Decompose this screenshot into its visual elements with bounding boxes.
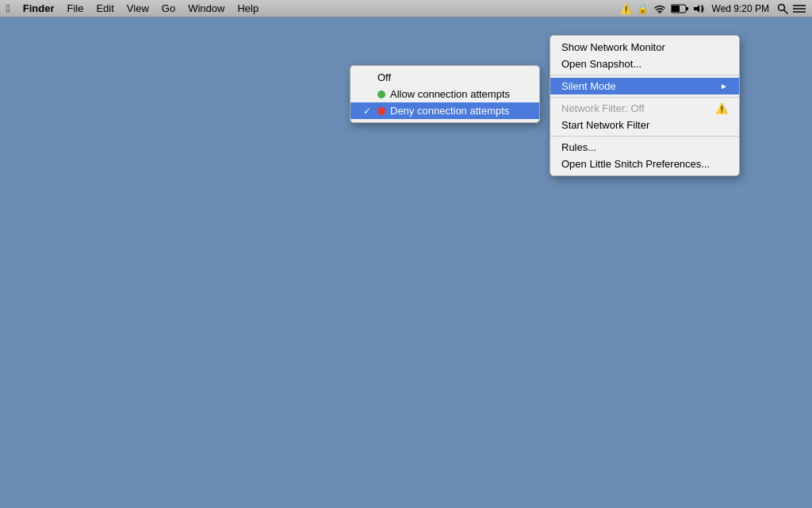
warning-icon: ⚠️ <box>715 102 728 114</box>
rules-label: Rules... <box>561 141 596 153</box>
menu-divider-1 <box>550 75 739 75</box>
volume-status-icon[interactable] <box>693 4 704 13</box>
start-network-filter-label: Start Network Filter <box>561 119 649 131</box>
menu-divider-2 <box>550 97 739 98</box>
allow-checkmark <box>363 89 373 100</box>
menu-divider-3 <box>550 136 739 137</box>
search-icon[interactable] <box>777 3 788 14</box>
menubar-view[interactable]: View <box>121 0 155 17</box>
menubar-left:  Finder File Edit View Go Window Help <box>0 0 265 17</box>
lock-status-icon[interactable]: 🔒 <box>637 3 649 14</box>
rules-item[interactable]: Rules... <box>550 139 739 156</box>
network-filter-off-label: Network Filter: Off <box>561 102 645 114</box>
menubar-app-name[interactable]: Finder <box>17 0 61 17</box>
svg-rect-3 <box>672 6 680 12</box>
allow-dot-icon <box>377 90 385 98</box>
apple-menu[interactable]:  <box>0 0 17 17</box>
desktop: Off Allow connection attempts ✓ Deny con… <box>0 17 812 508</box>
open-preferences-item[interactable]: Open Little Snitch Preferences... <box>550 156 739 172</box>
deny-checkmark: ✓ <box>363 106 373 117</box>
silent-mode-item[interactable]: Silent Mode ► <box>550 78 739 94</box>
menubar-right: ⚠️ 🔒 Wed 9:20 PM <box>620 0 812 17</box>
menubar:  Finder File Edit View Go Window Help ⚠… <box>0 0 812 17</box>
warning-status-icon[interactable]: ⚠️ <box>620 3 632 14</box>
silent-mode-deny-label: Deny connection attempts <box>390 105 509 117</box>
menubar-window[interactable]: Window <box>182 0 231 17</box>
network-filter-off-item[interactable]: Network Filter: Off ⚠️ <box>550 100 739 117</box>
svg-point-0 <box>659 12 661 13</box>
show-network-monitor-label: Show Network Monitor <box>561 41 665 53</box>
menubar-edit[interactable]: Edit <box>90 0 120 17</box>
wifi-status-icon[interactable] <box>653 4 666 13</box>
silent-mode-off-label: Off <box>377 71 391 83</box>
menubar-go[interactable]: Go <box>155 0 182 17</box>
submenu-arrow-icon: ► <box>720 82 728 90</box>
silent-mode-off-item[interactable]: Off <box>350 69 539 86</box>
svg-rect-2 <box>686 7 688 10</box>
menubar-datetime[interactable]: Wed 9:20 PM <box>709 3 772 14</box>
open-snapshot-item[interactable]: Open Snapshot... <box>550 56 739 72</box>
battery-status-icon[interactable] <box>671 4 688 13</box>
menubar-file[interactable]: File <box>60 0 90 17</box>
svg-line-6 <box>784 10 788 13</box>
off-checkmark <box>363 72 373 83</box>
open-preferences-label: Open Little Snitch Preferences... <box>561 158 710 170</box>
silent-mode-allow-label: Allow connection attempts <box>390 88 510 100</box>
start-network-filter-item[interactable]: Start Network Filter <box>550 117 739 133</box>
control-strip-icon[interactable] <box>793 4 806 13</box>
silent-mode-submenu: Off Allow connection attempts ✓ Deny con… <box>350 65 540 123</box>
show-network-monitor-item[interactable]: Show Network Monitor <box>550 39 739 56</box>
silent-mode-allow-item[interactable]: Allow connection attempts <box>350 86 539 102</box>
deny-dot-icon <box>377 107 385 115</box>
main-context-menu: Show Network Monitor Open Snapshot... Si… <box>550 35 740 176</box>
silent-mode-label: Silent Mode <box>561 80 616 92</box>
silent-mode-deny-item[interactable]: ✓ Deny connection attempts <box>350 102 539 119</box>
svg-marker-4 <box>694 5 699 13</box>
open-snapshot-label: Open Snapshot... <box>561 58 642 70</box>
menubar-help[interactable]: Help <box>231 0 265 17</box>
